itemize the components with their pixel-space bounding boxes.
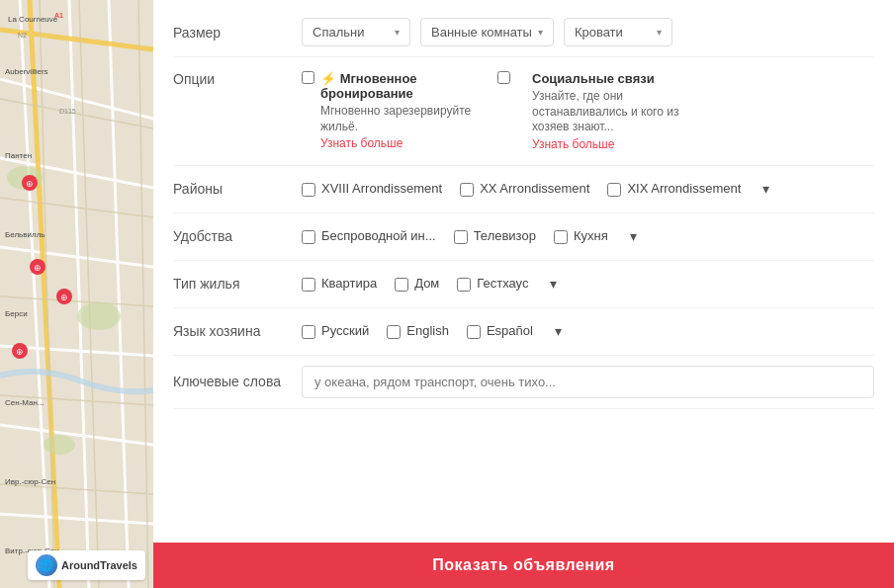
host-language-item-2: Español xyxy=(467,323,533,339)
svg-text:Берси: Берси xyxy=(5,309,28,318)
instant-book-desc: Мгновенно зарезервируйте жильё. xyxy=(320,104,474,134)
amenity-item-2: Кухня xyxy=(554,228,608,244)
bedrooms-dropdown[interactable]: Спальни ▾ xyxy=(302,18,410,46)
property-type-item-2: Гестхаус xyxy=(457,276,528,292)
map-pin-2: ⊕ xyxy=(30,259,45,275)
host-language-label-1: English xyxy=(406,323,449,338)
keywords-label: Ключевые слова xyxy=(173,374,302,389)
svg-text:Сен-Ман...: Сен-Ман... xyxy=(5,398,45,407)
district-checkbox-0[interactable] xyxy=(302,183,315,197)
content-panel: Размер Спальни ▾ Ванные комнаты ▾ Кроват… xyxy=(153,0,894,588)
host-language-checkbox-0[interactable] xyxy=(302,325,315,339)
map-pin-3: ⊕ xyxy=(56,289,72,304)
district-item-1: XX Arrondissement xyxy=(460,181,589,197)
svg-text:⊕: ⊕ xyxy=(16,347,24,357)
district-item-2: XIX Arrondissement xyxy=(607,181,741,197)
amenities-label: Удобства xyxy=(173,228,302,244)
social-learn-more[interactable]: Узнать больше xyxy=(532,137,614,151)
host-language-label-2: Español xyxy=(487,323,533,338)
amenities-filter-content: Беспроводной ин... Телевизор Кухня ▾ xyxy=(302,228,874,244)
amenity-label-2: Кухня xyxy=(574,228,608,243)
svg-text:⊕: ⊕ xyxy=(60,293,68,302)
property-type-label-1: Дом xyxy=(414,276,439,291)
amenity-item-0: Беспроводной ин... xyxy=(302,228,436,244)
property-type-label-0: Квартира xyxy=(321,276,377,291)
svg-text:N2: N2 xyxy=(18,32,27,39)
svg-text:⊕: ⊕ xyxy=(34,263,42,273)
svg-point-22 xyxy=(44,435,75,455)
district-label-2: XIX Arrondissement xyxy=(627,181,741,196)
chevron-down-icon: ▾ xyxy=(395,27,400,38)
svg-point-21 xyxy=(77,302,121,330)
amenity-checkbox-1[interactable] xyxy=(454,230,468,244)
size-filter-row: Размер Спальни ▾ Ванные комнаты ▾ Кроват… xyxy=(173,8,874,57)
district-label-1: XX Arrondissement xyxy=(480,181,589,196)
svg-text:A1: A1 xyxy=(54,12,63,19)
instant-book-title: ⚡ Мгновенное бронирование xyxy=(320,71,474,101)
beds-dropdown[interactable]: Кровати ▾ xyxy=(564,18,672,46)
instant-book-option: ⚡ Мгновенное бронирование Мгновенно заре… xyxy=(302,71,474,150)
bathrooms-dropdown[interactable]: Ванные комнаты ▾ xyxy=(420,18,554,46)
map-panel: La Courneuve Aubervilliers Пантен Бельви… xyxy=(0,0,153,588)
property-type-more-chevron[interactable]: ▾ xyxy=(550,276,557,292)
svg-text:La Courneuve: La Courneuve xyxy=(8,15,58,24)
host-language-more-chevron[interactable]: ▾ xyxy=(555,323,562,339)
district-checkbox-2[interactable] xyxy=(607,183,621,197)
chevron-down-icon: ▾ xyxy=(657,27,662,38)
amenities-more-chevron[interactable]: ▾ xyxy=(630,228,637,244)
host-language-item-1: English xyxy=(387,323,449,339)
size-filter-content: Спальни ▾ Ванные комнаты ▾ Кровати ▾ xyxy=(302,18,874,46)
show-listings-label: Показать объявления xyxy=(432,556,614,573)
social-box: Социальные связи Узнайте, где они остана… xyxy=(532,71,690,151)
district-label-0: XVIII Arrondissement xyxy=(321,181,442,196)
svg-text:Ивр.-сюр-Сен: Ивр.-сюр-Сен xyxy=(5,477,55,486)
svg-text:Пантен: Пантен xyxy=(5,151,32,160)
districts-filter-row: Районы XVIII Arrondissement XX Arrondiss… xyxy=(173,166,874,213)
bathrooms-label: Ванные комнаты xyxy=(431,25,532,40)
amenity-label-1: Телевизор xyxy=(474,228,536,243)
globe-icon: 🌐 xyxy=(36,554,57,576)
property-type-checkbox-2[interactable] xyxy=(457,278,471,292)
svg-text:⊕: ⊕ xyxy=(26,179,34,189)
amenity-checkbox-2[interactable] xyxy=(554,230,568,244)
host-language-label-0: Русский xyxy=(321,323,369,338)
property-type-filter-content: Квартира Дом Гестхаус ▾ xyxy=(302,276,874,292)
beds-label: Кровати xyxy=(575,25,623,40)
instant-book-checkbox[interactable] xyxy=(302,71,314,84)
keywords-input[interactable] xyxy=(302,366,874,398)
amenity-checkbox-0[interactable] xyxy=(302,230,315,244)
property-type-checkbox-1[interactable] xyxy=(395,278,408,292)
size-label: Размер xyxy=(173,25,302,41)
social-checkbox[interactable] xyxy=(497,71,510,84)
host-language-checkbox-1[interactable] xyxy=(387,325,401,339)
options-filter-row: Опции ⚡ Мгновенное бронирование Мгновенн… xyxy=(173,57,874,166)
district-item-0: XVIII Arrondissement xyxy=(302,181,442,197)
district-checkbox-1[interactable] xyxy=(460,183,474,197)
host-language-filter-content: Русский English Español ▾ xyxy=(302,323,874,339)
instant-book-box: ⚡ Мгновенное бронирование Мгновенно заре… xyxy=(320,71,474,150)
svg-text:D115: D115 xyxy=(59,108,76,115)
chevron-down-icon: ▾ xyxy=(538,27,543,38)
instant-book-learn-more[interactable]: Узнать больше xyxy=(320,136,402,150)
host-language-item-0: Русский xyxy=(302,323,369,339)
options-label: Опции xyxy=(173,71,302,87)
show-listings-button[interactable]: Показать объявления xyxy=(153,543,894,588)
host-language-checkbox-2[interactable] xyxy=(467,325,481,339)
social-desc: Узнайте, где они останавливались и кого … xyxy=(532,89,690,135)
bedrooms-label: Спальни xyxy=(313,25,364,40)
property-type-checkbox-0[interactable] xyxy=(302,278,315,292)
property-type-label: Тип жилья xyxy=(173,276,302,292)
amenities-filter-row: Удобства Беспроводной ин... Телевизор Ку… xyxy=(173,213,874,261)
svg-text:Aubervilliers: Aubervilliers xyxy=(5,67,48,76)
svg-text:Бельвилль: Бельвилль xyxy=(5,230,45,239)
districts-label: Районы xyxy=(173,181,302,197)
map-pin-4: ⊕ xyxy=(12,343,28,359)
amenity-label-0: Беспроводной ин... xyxy=(321,228,436,243)
districts-more-chevron[interactable]: ▾ xyxy=(762,181,769,197)
options-filter-content: ⚡ Мгновенное бронирование Мгновенно заре… xyxy=(302,71,874,151)
property-type-filter-row: Тип жилья Квартира Дом Гестхаус ▾ xyxy=(173,261,874,308)
filters-area: Размер Спальни ▾ Ванные комнаты ▾ Кроват… xyxy=(153,0,894,543)
districts-filter-content: XVIII Arrondissement XX Arrondissement X… xyxy=(302,181,874,197)
lightning-icon: ⚡ xyxy=(320,71,336,86)
host-language-label: Язык хозяина xyxy=(173,323,302,339)
